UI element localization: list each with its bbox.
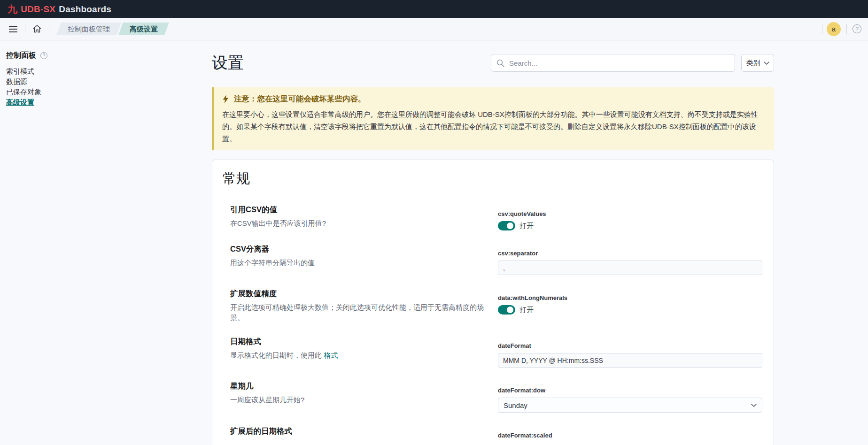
- setting-title: CSV分离器: [230, 244, 486, 254]
- app-logo[interactable]: 九 UDB-SX Dashboards: [8, 2, 111, 15]
- toggle-knob: [507, 222, 513, 229]
- page-header: 设置 类别: [212, 53, 774, 73]
- settings-panel: 常规 引用CSV的值 在CSV输出中是否应该引用值? csv:quoteValu…: [212, 160, 774, 445]
- setting-row-date-format: 日期格式 显示格式化的日期时，使用此 格式 dateFormat: [230, 336, 762, 368]
- setting-description: 用这个字符串分隔导出的值: [230, 258, 486, 268]
- question-circle-icon[interactable]: ?: [40, 52, 47, 59]
- user-avatar[interactable]: a: [827, 22, 841, 36]
- setting-key-label: dateFormat:scaled: [498, 431, 762, 440]
- sidebar-heading: 控制面板 ?: [6, 51, 166, 61]
- sidebar-item-index-patterns[interactable]: 索引模式: [6, 68, 166, 75]
- warning-callout-header: 注意：您在这里可能会破坏某些内容。: [222, 94, 766, 104]
- setting-key-label: dateFormat:dow: [498, 386, 762, 395]
- setting-row-date-format-scaled: 扩展后的日期格式 dateFormat:scaled: [230, 426, 762, 443]
- setting-description: 显示格式化的日期时，使用此 格式: [230, 350, 486, 361]
- setting-row-csv-separator: CSV分离器 用这个字符串分隔导出的值 csv:separator: [230, 244, 762, 275]
- divider: [822, 24, 822, 34]
- warning-callout: 注意：您在这里可能会破坏某些内容。 在这里要小心，这些设置仅适合非常高级的用户。…: [212, 87, 774, 150]
- csv-separator-input[interactable]: [498, 261, 762, 275]
- setting-row-day-of-week: 星期几 一周应该从星期几开始? dateFormat:dow Sunday: [230, 381, 762, 413]
- main-content: 设置 类别 注意：您在这里可能会破坏某些内容。 在这里要小心，这些设置仅适合非常…: [212, 40, 774, 445]
- menu-button[interactable]: [6, 22, 21, 37]
- breadcrumb-bar: 控制面板管理 高级设置 a ?: [0, 18, 868, 40]
- setting-title: 扩展后的日期格式: [230, 426, 486, 436]
- toggle-state-label: 打开: [519, 306, 534, 315]
- setting-description: 一周应该从星期几开始?: [230, 395, 486, 405]
- home-button[interactable]: [30, 22, 45, 37]
- setting-row-csv-quote-values: 引用CSV的值 在CSV输出中是否应该引用值? csv:quoteValues …: [230, 204, 762, 230]
- sidebar-item-advanced-settings[interactable]: 高级设置: [6, 99, 166, 106]
- date-format-input[interactable]: [498, 353, 762, 368]
- csv-quote-values-toggle[interactable]: [498, 221, 515, 230]
- sidebar-item-data-sources[interactable]: 数据源: [6, 78, 166, 85]
- top-app-bar: 九 UDB-SX Dashboards: [0, 0, 868, 18]
- category-filter-button[interactable]: 类别: [741, 54, 774, 72]
- select-value: Sunday: [504, 401, 527, 409]
- brand-name-red: UDB-SX: [21, 4, 55, 15]
- long-numerals-toggle[interactable]: [498, 305, 515, 315]
- breadcrumb-dashboards-management[interactable]: 控制面板管理: [56, 23, 121, 35]
- setting-title: 日期格式: [230, 336, 486, 346]
- brand-glyph-icon: 九: [8, 3, 17, 16]
- setting-description: 开启此选项可精确处理极大数值；关闭此选项可优化性能，适用于无需高精度的场景。: [230, 302, 486, 323]
- search-icon: [496, 59, 504, 67]
- settings-sidebar: 控制面板 ? 索引模式 数据源 已保存对象 高级设置: [6, 51, 166, 109]
- setting-title: 引用CSV的值: [230, 204, 486, 215]
- breadcrumb-advanced-settings[interactable]: 高级设置: [118, 23, 169, 35]
- day-of-week-select[interactable]: Sunday: [498, 398, 762, 413]
- page-title: 设置: [212, 52, 244, 74]
- search-input[interactable]: [491, 54, 735, 71]
- search-box: [491, 54, 735, 72]
- home-icon: [33, 25, 41, 33]
- warning-body: 在这里要小心，这些设置仅适合非常高级的用户。您在这里所做的调整可能会破坏 UDB…: [222, 108, 766, 145]
- toggle-state-label: 打开: [519, 222, 534, 230]
- hamburger-icon: [9, 26, 17, 32]
- setting-description-text: 显示格式化的日期时，使用此: [230, 351, 324, 359]
- breadcrumb: 控制面板管理 高级设置: [56, 23, 169, 35]
- setting-key-label: dateFormat: [498, 342, 762, 350]
- section-title-general: 常规: [223, 170, 762, 186]
- chevron-down-icon: [751, 404, 757, 407]
- setting-key-label: csv:separator: [498, 249, 762, 258]
- setting-key-label: csv:quoteValues: [498, 210, 762, 218]
- divider: [25, 24, 25, 34]
- divider: [49, 24, 49, 34]
- setting-title: 扩展数值精度: [230, 288, 486, 299]
- bolt-icon: [222, 95, 229, 103]
- help-icon[interactable]: ?: [852, 24, 861, 33]
- chevron-down-icon: [764, 61, 769, 65]
- warning-title: 注意：您在这里可能会破坏某些内容。: [234, 94, 366, 104]
- setting-description: 在CSV输出中是否应该引用值?: [230, 218, 486, 229]
- setting-key-label: data:withLongNumerals: [498, 294, 762, 302]
- brand-name-white: Dashboards: [59, 4, 111, 15]
- setting-row-long-numerals: 扩展数值精度 开启此选项可精确处理极大数值；关闭此选项可优化性能，适用于无需高精…: [230, 288, 762, 323]
- navbar-right: a ?: [818, 22, 863, 36]
- setting-title: 星期几: [230, 381, 486, 391]
- category-filter-label: 类别: [746, 59, 760, 68]
- format-link[interactable]: 格式: [324, 351, 338, 359]
- sidebar-title: 控制面板: [6, 51, 36, 61]
- divider: [846, 24, 847, 34]
- toggle-knob: [507, 307, 513, 313]
- sidebar-item-saved-objects[interactable]: 已保存对象: [6, 89, 166, 95]
